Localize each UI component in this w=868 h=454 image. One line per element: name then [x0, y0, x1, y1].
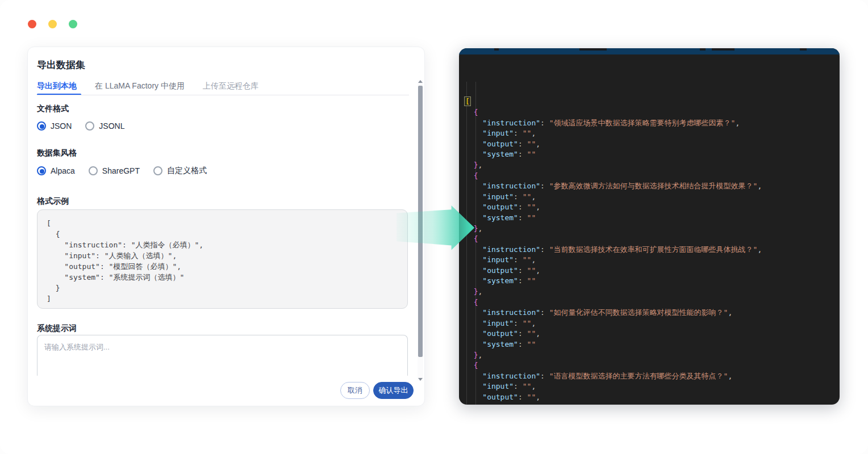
code-line: "system": "": [465, 213, 840, 224]
radio-jsonl-icon[interactable]: [85, 121, 94, 131]
dataset-style-options: Alpaca ShareGPT 自定义格式: [37, 166, 207, 176]
code-line: "output": "",: [465, 392, 840, 403]
code-line: "instruction": "当前数据选择技术在效率和可扩展性方面面临哪些具体…: [465, 245, 840, 255]
radio-jsonl-label: JSONL: [99, 121, 124, 131]
code-line: "output": "",: [465, 329, 840, 339]
code-editor-panel[interactable]: [ { "instruction": "领域适应场景中数据选择策略需要特别考虑哪…: [459, 48, 840, 405]
code-line: {: [465, 107, 840, 118]
code-line: {: [465, 297, 840, 308]
code-line: "instruction": "领域适应场景中数据选择策略需要特别考虑哪些因素？…: [465, 118, 840, 129]
radio-json-icon[interactable]: [37, 121, 46, 131]
code-line: "instruction": "如何量化评估不同数据选择策略对模型性能的影响？"…: [465, 308, 840, 318]
dialog-title: 导出数据集: [37, 58, 85, 72]
radio-sharegpt-icon[interactable]: [89, 166, 98, 175]
code-line: {: [465, 234, 840, 245]
code-line: },: [465, 224, 840, 234]
radio-custom-format[interactable]: 自定义格式: [153, 166, 207, 176]
code-line: [: [465, 96, 840, 107]
tab-llama-factory[interactable]: 在 LLaMA Factory 中使用: [95, 81, 185, 95]
file-format-label: 文件格式: [37, 104, 69, 114]
code-line: "output": "",: [465, 266, 840, 276]
zoom-window-icon[interactable]: [69, 20, 77, 28]
tab-export-local[interactable]: 导出到本地: [37, 81, 77, 95]
file-format-options: JSON JSONL: [37, 121, 124, 131]
dialog-tabs: 导出到本地 在 LLaMA Factory 中使用 上传至远程仓库: [37, 81, 258, 95]
radio-json[interactable]: JSON: [37, 121, 72, 131]
app-window: 导出数据集 导出到本地 在 LLaMA Factory 中使用 上传至远程仓库 …: [0, 0, 868, 454]
radio-jsonl[interactable]: JSONL: [85, 121, 124, 131]
cancel-button[interactable]: 取消: [340, 382, 370, 399]
code-line: "system": "": [465, 149, 840, 160]
code-line: "output": "",: [465, 139, 840, 150]
radio-custom-format-label: 自定义格式: [167, 166, 207, 176]
radio-sharegpt-label: ShareGPT: [102, 166, 140, 175]
radio-alpaca-icon[interactable]: [37, 166, 46, 175]
format-example-code: [ { "instruction": "人类指令（必填）", "input": …: [37, 210, 407, 309]
code-line: "system": "": [465, 403, 840, 405]
code-line: "system": "": [465, 339, 840, 350]
export-dataset-dialog: 导出数据集 导出到本地 在 LLaMA Factory 中使用 上传至远程仓库 …: [27, 47, 425, 406]
code-line: "instruction": "语言模型数据选择的主要方法有哪些分类及其特点？"…: [465, 371, 840, 382]
code-line: "input": "",: [465, 128, 840, 139]
format-example-label: 格式示例: [37, 196, 69, 207]
tab-upload-remote[interactable]: 上传至远程仓库: [203, 81, 258, 95]
code-line: "input": "",: [465, 255, 840, 266]
tabs-divider: [37, 95, 409, 95]
code-line: "system": "": [465, 276, 840, 287]
radio-sharegpt[interactable]: ShareGPT: [89, 166, 140, 175]
code-line: {: [465, 360, 840, 371]
format-example-box: [ { "instruction": "人类指令（必填）", "input": …: [37, 209, 408, 309]
system-prompt-placeholder: 请输入系统提示词...: [44, 343, 110, 351]
dataset-style-label: 数据集风格: [37, 148, 77, 158]
code-line: "instruction": "参数高效微调方法如何与数据选择技术相结合提升模型…: [465, 181, 840, 192]
code-line: "output": "",: [465, 202, 840, 213]
editor-header-strip: [459, 48, 840, 54]
code-line: "input": "",: [465, 192, 840, 203]
system-prompt-label: 系统提示词: [37, 323, 77, 334]
scrollbar-down-icon[interactable]: [418, 378, 423, 381]
confirm-export-button[interactable]: 确认导出: [373, 382, 414, 399]
dialog-footer: 取消 确认导出: [28, 376, 424, 405]
close-window-icon[interactable]: [28, 20, 36, 28]
radio-alpaca-label: Alpaca: [51, 166, 75, 175]
code-line: "input": "",: [465, 318, 840, 329]
code-line: },: [465, 160, 840, 171]
code-line: },: [465, 350, 840, 361]
radio-json-label: JSON: [51, 121, 72, 131]
code-line: "input": "",: [465, 381, 840, 392]
system-prompt-textarea[interactable]: 请输入系统提示词...: [37, 335, 408, 379]
code-editor-lines[interactable]: [ { "instruction": "领域适应场景中数据选择策略需要特别考虑哪…: [459, 54, 840, 405]
code-line: },: [465, 287, 840, 297]
scrollbar-up-icon[interactable]: [418, 80, 423, 83]
minimize-window-icon[interactable]: [48, 20, 57, 28]
radio-custom-format-icon[interactable]: [153, 166, 162, 175]
code-line: {: [465, 171, 840, 182]
radio-alpaca[interactable]: Alpaca: [37, 166, 75, 175]
